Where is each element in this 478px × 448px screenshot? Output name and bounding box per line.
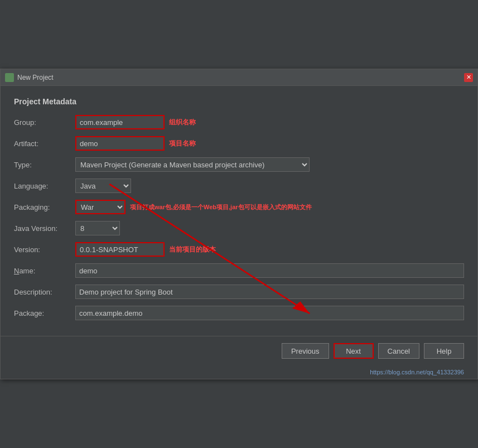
group-input[interactable] bbox=[75, 115, 165, 129]
type-select[interactable]: Maven Project (Generate a Maven based pr… bbox=[75, 157, 310, 172]
title-bar: New Project ✕ bbox=[1, 69, 477, 86]
version-row: Version: 当前项目的版本 bbox=[14, 242, 464, 257]
version-input[interactable] bbox=[75, 242, 165, 257]
name-row: Name: bbox=[14, 263, 464, 278]
main-content: Project Metadata Group: 组织名称 Artifact: 项… bbox=[1, 86, 477, 336]
group-label: Group: bbox=[14, 118, 75, 127]
cancel-button[interactable]: Cancel bbox=[378, 343, 419, 359]
artifact-row: Artifact: 项目名称 bbox=[14, 136, 464, 151]
packaging-select[interactable]: War Jar bbox=[75, 200, 125, 214]
package-label: Package: bbox=[14, 309, 75, 317]
language-select[interactable]: Java Kotlin Groovy bbox=[75, 179, 131, 193]
description-input[interactable] bbox=[75, 285, 464, 299]
previous-button[interactable]: Previous bbox=[282, 343, 329, 359]
group-row: Group: 组织名称 bbox=[14, 115, 464, 129]
description-row: Description: bbox=[14, 285, 464, 299]
artifact-annotation: 项目名称 bbox=[169, 139, 196, 148]
package-input[interactable] bbox=[75, 306, 464, 320]
description-label: Description: bbox=[14, 288, 75, 296]
name-label: Name: bbox=[14, 267, 75, 275]
close-button[interactable]: ✕ bbox=[464, 73, 473, 82]
group-annotation: 组织名称 bbox=[169, 118, 196, 127]
button-row: Previous Next Cancel Help bbox=[1, 336, 477, 368]
next-button[interactable]: Next bbox=[334, 343, 374, 359]
type-row: Type: Maven Project (Generate a Maven ba… bbox=[14, 157, 464, 172]
java-version-row: Java Version: 8 11 17 bbox=[14, 221, 464, 235]
version-annotation: 当前项目的版本 bbox=[169, 245, 216, 254]
footer-url: https://blog.csdn.net/qq_41332396 bbox=[1, 368, 477, 379]
language-label: Language: bbox=[14, 182, 75, 190]
window-icon bbox=[5, 73, 14, 82]
packaging-annotation: 项目打成war包,必须是一个Web项目,jar包可以是嵌入式的网站文件 bbox=[130, 203, 312, 211]
type-label: Type: bbox=[14, 161, 75, 169]
artifact-label: Artifact: bbox=[14, 139, 75, 148]
packaging-label: Packaging: bbox=[14, 203, 75, 211]
version-label: Version: bbox=[14, 245, 75, 254]
new-project-window: New Project ✕ Project Metadata Group: 组织… bbox=[0, 69, 478, 379]
name-input[interactable] bbox=[75, 263, 464, 278]
help-button[interactable]: Help bbox=[424, 343, 464, 359]
package-row: Package: bbox=[14, 306, 464, 320]
window-title: New Project bbox=[17, 74, 461, 81]
language-row: Language: Java Kotlin Groovy bbox=[14, 179, 464, 193]
java-version-label: Java Version: bbox=[14, 224, 75, 233]
artifact-input[interactable] bbox=[75, 136, 165, 151]
packaging-row: Packaging: War Jar 项目打成war包,必须是一个Web项目,j… bbox=[14, 200, 464, 214]
java-version-select[interactable]: 8 11 17 bbox=[75, 221, 120, 235]
section-title: Project Metadata bbox=[14, 97, 464, 106]
